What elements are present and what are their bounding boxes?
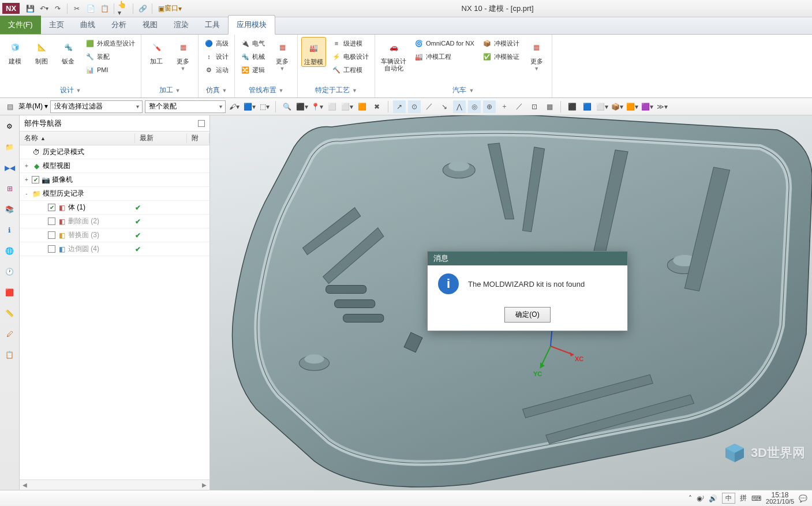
help-icon[interactable]: 🔗 (137, 3, 148, 14)
tree-row[interactable]: ✔◧体 (1)✔ (20, 201, 209, 215)
col-latest[interactable]: 最新 (135, 133, 187, 143)
sheetmetal-button[interactable]: 🔩钣金 (57, 37, 80, 66)
web-icon[interactable]: 🌐 (2, 243, 17, 258)
tb-icon[interactable]: 📦▾ (611, 100, 623, 113)
tab-tools[interactable]: 工具 (197, 16, 228, 34)
progressive-die-button[interactable]: ≡级进模 (330, 37, 371, 50)
tb-icon[interactable]: 🟦 (581, 100, 593, 113)
wifi-icon[interactable]: ◉⁾ (697, 494, 704, 503)
measure-icon[interactable]: 📏 (2, 306, 17, 321)
assembly-scope-combo[interactable]: 整个装配 (145, 100, 226, 113)
routing-more-button[interactable]: ▦更多▼ (271, 37, 294, 73)
omnicad-button[interactable]: 🌀OmniCAD for NX (412, 37, 477, 50)
ime-mode[interactable]: 拼 (740, 493, 747, 503)
tb-icon[interactable]: ＋ (498, 100, 511, 113)
history-icon[interactable]: 🕐 (2, 264, 17, 279)
auto-more-button[interactable]: ▦更多▼ (525, 37, 548, 73)
press-button[interactable]: 🏭冲模工程 (412, 50, 477, 63)
undo-icon[interactable]: ↶▾ (38, 3, 50, 14)
engineering-die-button[interactable]: 🔨工程模 (330, 63, 371, 76)
window-menu[interactable]: ▣ 窗口 ▾ (156, 3, 184, 14)
tree-row[interactable]: -📁模型历史记录 (20, 187, 209, 201)
tb-icon[interactable]: 🟦▾ (243, 100, 256, 113)
mechanical-button[interactable]: 🔩机械 (238, 50, 267, 63)
h-scrollbar[interactable]: ◀ ▶ (20, 479, 209, 490)
copy-icon[interactable]: 📄 (85, 3, 96, 14)
machining-button[interactable]: 🪛加工 (145, 37, 168, 66)
navigator-tree[interactable]: ⏱历史记录模式+◆模型视图+✔📷摄像机-📁模型历史记录✔◧体 (1)✔◧删除面 … (20, 145, 209, 479)
pin-icon[interactable] (198, 120, 205, 127)
paste-icon[interactable]: 📋 (99, 3, 110, 14)
tb-icon[interactable]: 🟧▾ (626, 100, 638, 113)
redo-icon[interactable]: ↷ (52, 3, 63, 14)
tree-row[interactable]: +✔📷摄像机 (20, 173, 209, 187)
scroll-left-icon[interactable]: ◀ (20, 482, 30, 488)
machining-more-button[interactable]: ▦更多▼ (171, 37, 194, 73)
tb-icon[interactable]: ／ (423, 100, 436, 113)
mold-button[interactable]: 🏭注塑模 (301, 37, 326, 67)
die-verify-button[interactable]: ✅冲模验证 (480, 50, 522, 63)
reuse-icon[interactable]: ⊞ (2, 181, 17, 196)
cut-icon[interactable]: ✂ (71, 3, 83, 14)
tree-toggle-icon[interactable]: + (23, 177, 30, 183)
keyboard-icon[interactable]: ⌨ (751, 494, 761, 503)
tb-icon[interactable]: ✖ (371, 100, 383, 113)
palette-icon[interactable]: 🟥 (2, 285, 17, 300)
tb-icon[interactable]: ⬛▾ (295, 100, 308, 113)
tb-icon[interactable]: ⬜▾ (340, 100, 353, 113)
advanced-sim-button[interactable]: 🔵高级 (202, 37, 231, 50)
gear-icon[interactable]: ⚙ (2, 119, 17, 134)
tab-analysis[interactable]: 分析 (103, 16, 134, 34)
info-icon[interactable]: ℹ (2, 223, 17, 238)
tab-file[interactable]: 文件(F) (0, 16, 41, 34)
motion-button[interactable]: ⚙运动 (202, 63, 231, 76)
shape-studio-button[interactable]: 🟩外观造型设计 (83, 37, 137, 50)
save-icon[interactable]: 💾 (24, 3, 36, 14)
menu-icon[interactable]: ▤ (3, 100, 16, 113)
die-design-button[interactable]: 📦冲模设计 (480, 37, 522, 50)
tree-checkbox[interactable]: ✔ (32, 176, 39, 183)
tree-toggle-icon[interactable]: - (23, 190, 30, 197)
tab-application[interactable]: 应用模块 (228, 15, 275, 35)
tb-icon[interactable]: ⋀ (453, 100, 466, 113)
tb-icon[interactable]: ⬛ (566, 100, 578, 113)
clock[interactable]: 15:18 2021/10/5 (766, 492, 794, 505)
electrode-button[interactable]: ⚡电极设计 (330, 50, 371, 63)
electrical-button[interactable]: 🔌电气 (238, 37, 267, 50)
tb-icon[interactable]: ⬚▾ (258, 100, 271, 113)
tb-icon[interactable]: ⊡ (528, 100, 541, 113)
scroll-right-icon[interactable]: ▶ (199, 482, 209, 488)
tb-icon[interactable]: ≫▾ (656, 100, 668, 113)
drafting-button[interactable]: 📐制图 (30, 37, 53, 66)
tree-row[interactable]: ◧删除面 (2)✔ (20, 215, 209, 228)
tab-view[interactable]: 视图 (134, 16, 166, 34)
touch-icon[interactable]: 👆▾ (118, 3, 129, 14)
tb-icon[interactable]: ↘ (438, 100, 451, 113)
tree-row[interactable]: ◧边倒圆 (4)✔ (20, 242, 209, 256)
vehicle-button[interactable]: 🚗车辆设计 自动化 (379, 37, 409, 73)
volume-icon[interactable]: 🔊 (709, 494, 717, 503)
pmi-button[interactable]: 📊PMI (83, 63, 137, 76)
tree-checkbox[interactable]: ✔ (48, 204, 55, 211)
tb-icon[interactable]: 🖌▾ (228, 100, 241, 113)
design-sim-button[interactable]: ↕设计 (202, 50, 231, 63)
constraint-icon[interactable]: ▶◀ (2, 160, 17, 175)
tree-row[interactable]: +◆模型视图 (20, 159, 209, 173)
tree-toggle-icon[interactable]: + (23, 163, 30, 169)
tb-icon[interactable]: 📍▾ (310, 100, 323, 113)
tb-icon[interactable]: ◎ (468, 100, 481, 113)
chevron-up-icon[interactable]: ˄ (688, 494, 692, 503)
tree-checkbox[interactable] (48, 245, 55, 253)
tb-icon[interactable]: 🟪▾ (641, 100, 653, 113)
tree-checkbox[interactable] (48, 218, 55, 225)
part-nav-icon[interactable]: 📁 (2, 140, 17, 155)
tree-row[interactable]: ◧替换面 (3)✔ (20, 228, 209, 242)
col-other[interactable]: 附 (187, 133, 209, 143)
tb-icon[interactable]: ⊙ (408, 100, 421, 113)
tb-icon[interactable]: 🔍 (280, 100, 293, 113)
assembly-button[interactable]: 🔧装配 (83, 50, 137, 63)
modeling-button[interactable]: 🧊建模 (3, 37, 27, 66)
tab-home[interactable]: 主页 (41, 16, 72, 34)
ok-button[interactable]: 确定(O) (504, 307, 550, 323)
tb-icon[interactable]: ▦ (543, 100, 556, 113)
